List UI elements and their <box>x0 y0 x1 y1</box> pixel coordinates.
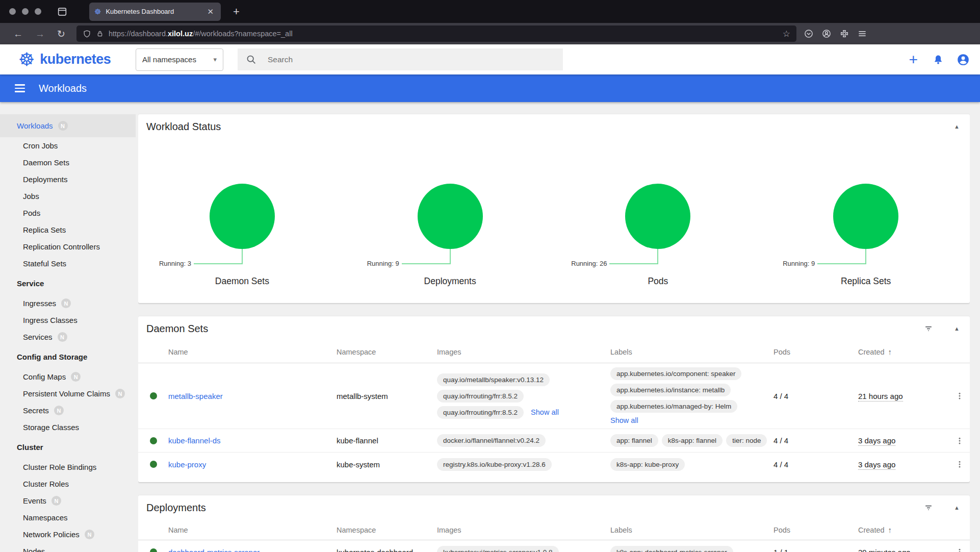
sidebar-item-ingresses[interactable]: IngressesN <box>0 295 136 312</box>
tab-close-icon[interactable]: ✕ <box>205 6 216 17</box>
column-header-name[interactable]: Name <box>168 348 337 356</box>
sidebar-item-cron-jobs[interactable]: Cron Jobs <box>0 137 136 154</box>
collapse-arrow-icon[interactable]: ▲ <box>954 325 960 332</box>
create-resource-button[interactable]: + <box>907 52 920 67</box>
sidebar-item-label: Storage Classes <box>23 423 79 432</box>
sidebar-item-services[interactable]: ServicesN <box>0 329 136 345</box>
column-header-namespace[interactable]: Namespace <box>337 348 437 356</box>
sidebar-item-namespaces[interactable]: Namespaces <box>0 509 136 526</box>
status-running-icon <box>150 548 157 552</box>
show-all-link[interactable]: Show all <box>531 408 559 416</box>
column-header-labels[interactable]: Labels <box>610 348 773 356</box>
filter-list-icon[interactable] <box>923 323 934 334</box>
filter-list-icon[interactable] <box>923 503 934 513</box>
sidebar-item-cluster-roles[interactable]: Cluster Roles <box>0 475 136 492</box>
label-chip: app.kubernetes.io/managed-by: Helm <box>610 400 737 413</box>
search-input[interactable]: Search <box>238 48 563 70</box>
window-control-dot[interactable] <box>9 8 16 15</box>
sidebar-item-workloads[interactable]: WorkloadsN <box>0 114 136 137</box>
column-header-name[interactable]: Name <box>168 526 337 534</box>
reload-icon[interactable]: ↻ <box>51 29 71 39</box>
tracking-protection-shield-icon[interactable] <box>83 30 91 38</box>
column-header-created[interactable]: Created↑ <box>858 347 949 356</box>
running-pie-chart <box>833 184 898 249</box>
window-controls[interactable] <box>9 8 41 15</box>
resource-name-link[interactable]: dashboard-metrics-scraper <box>168 548 260 552</box>
pocket-icon[interactable] <box>804 29 814 39</box>
sidebar-item-label: Workloads <box>17 121 53 130</box>
chevron-down-icon: ▾ <box>213 56 217 63</box>
show-all-link[interactable]: Show all <box>610 416 638 424</box>
resource-name-link[interactable]: kube-proxy <box>168 460 206 469</box>
window-control-dot[interactable] <box>35 8 41 15</box>
sidebar-item-label: Nodes <box>23 547 45 552</box>
sidebar-item-label: Cluster <box>17 443 43 451</box>
header-actions: + <box>907 44 970 74</box>
sidebar-item-secrets[interactable]: SecretsN <box>0 402 136 419</box>
sidebar-item-label: Namespaces <box>23 513 68 522</box>
label-chip: k8s-app: flannel <box>662 434 723 447</box>
sidebar-item-label: Config Maps <box>23 372 66 381</box>
pods-count: 4 / 4 <box>773 460 788 469</box>
back-icon[interactable]: ← <box>7 29 29 39</box>
column-header-namespace[interactable]: Namespace <box>337 526 437 534</box>
new-tab-button[interactable]: + <box>229 5 244 18</box>
sidebar-item-cluster-role-bindings[interactable]: Cluster Role Bindings <box>0 459 136 475</box>
window-control-dot[interactable] <box>22 8 29 15</box>
row-menu-button[interactable] <box>953 545 966 552</box>
image-chip: docker.io/flannel/flannel:v0.24.2 <box>437 434 546 447</box>
extensions-puzzle-icon[interactable] <box>839 29 849 39</box>
sidebar-item-deployments[interactable]: Deployments <box>0 171 136 188</box>
sidebar-item-replication-controllers[interactable]: Replication Controllers <box>0 238 136 255</box>
running-pie-chart <box>418 184 483 249</box>
chart-leader-line <box>817 263 866 264</box>
browser-tab[interactable]: ☸ Kubernetes Dashboard ✕ <box>89 3 221 21</box>
running-count-label: Running: 3 <box>159 260 191 267</box>
column-header-images[interactable]: Images <box>437 526 610 534</box>
sidebar-item-pods[interactable]: Pods <box>0 205 136 221</box>
sidebar-item-daemon-sets[interactable]: Daemon Sets <box>0 154 136 171</box>
row-menu-button[interactable] <box>953 458 966 471</box>
sidebar-toggle-hamburger-icon[interactable] <box>14 82 26 94</box>
running-count-label: Running: 9 <box>783 260 815 267</box>
sidebar-item-label: Pods <box>23 209 40 217</box>
image-chip: quay.io/metallb/speaker:v0.13.12 <box>437 373 550 386</box>
profile-account-icon[interactable] <box>821 29 832 39</box>
sidebar-item-persistent-volume-claims[interactable]: Persistent Volume ClaimsN <box>0 385 136 402</box>
sidebar-item-replica-sets[interactable]: Replica Sets <box>0 221 136 238</box>
url-text[interactable]: https://dashboard.xilol.uz/#/workloads?n… <box>109 30 778 38</box>
sidebar-item-storage-classes[interactable]: Storage Classes <box>0 419 136 436</box>
forward-icon[interactable]: → <box>29 29 51 39</box>
row-menu-button[interactable] <box>953 389 966 403</box>
sidebar-item-nodes[interactable]: Nodes <box>0 543 136 552</box>
running-count-label: Running: 9 <box>367 260 399 267</box>
namespaced-indicator-badge: N <box>115 389 125 398</box>
sidebar-item-config-maps[interactable]: Config MapsN <box>0 368 136 385</box>
sidebar-item-label: Replica Sets <box>23 225 66 234</box>
sidebar-item-stateful-sets[interactable]: Stateful Sets <box>0 255 136 272</box>
column-header-pods[interactable]: Pods <box>773 348 858 356</box>
pods-count: 4 / 4 <box>773 392 788 400</box>
collapse-arrow-icon[interactable]: ▲ <box>954 505 960 511</box>
sidebar-item-network-policies[interactable]: Network PoliciesN <box>0 526 136 543</box>
sidebar-item-events[interactable]: EventsN <box>0 492 136 509</box>
column-header-images[interactable]: Images <box>437 348 610 356</box>
brand[interactable]: ☸ kubernetes <box>18 51 111 69</box>
resource-name-link[interactable]: kube-flannel-ds <box>168 436 221 445</box>
sidebar-item-ingress-classes[interactable]: Ingress Classes <box>0 312 136 329</box>
namespace-select[interactable]: All namespaces ▾ <box>136 48 223 71</box>
url-bar[interactable]: https://dashboard.xilol.uz/#/workloads?n… <box>76 26 796 42</box>
menu-hamburger-icon[interactable] <box>857 29 867 39</box>
notifications-bell-icon[interactable] <box>932 54 944 66</box>
firefox-view-icon[interactable] <box>57 6 68 17</box>
column-header-labels[interactable]: Labels <box>610 526 773 534</box>
collapse-arrow-icon[interactable]: ▲ <box>954 123 960 130</box>
resource-name-link[interactable]: metallb-speaker <box>168 392 223 400</box>
row-menu-button[interactable] <box>953 434 966 447</box>
sidebar-item-jobs[interactable]: Jobs <box>0 188 136 205</box>
user-avatar-button[interactable] <box>957 53 970 66</box>
chart-leader-line <box>609 263 658 264</box>
column-header-created[interactable]: Created↑ <box>858 525 949 534</box>
column-header-pods[interactable]: Pods <box>773 526 858 534</box>
bookmark-star-icon[interactable]: ☆ <box>783 29 790 39</box>
